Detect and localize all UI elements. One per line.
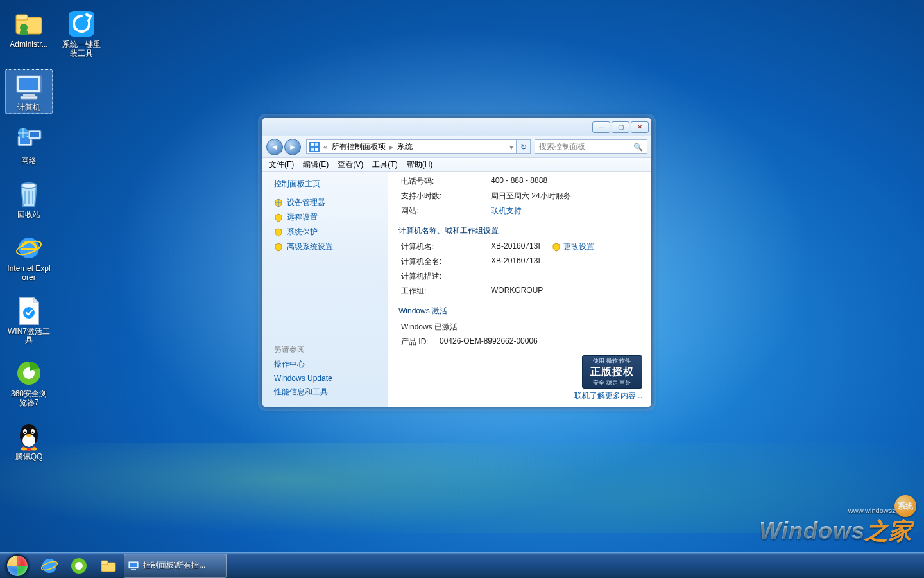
- content-pane: 电话号码:400 - 888 - 8888 支持小时数:周日至周六 24小时服务…: [388, 172, 651, 407]
- desktop-icon-label: Administr...: [10, 40, 47, 49]
- workgroup-value: WORKGROUP: [491, 286, 543, 297]
- sidebar-see-also: 另请参阅: [274, 344, 388, 355]
- learn-more-link[interactable]: 联机了解更多内容...: [574, 390, 642, 401]
- desktop-icon-recycle-bin[interactable]: 回收站: [5, 177, 53, 222]
- desktop-icon-label: 计算机: [17, 103, 40, 112]
- shield-icon: [274, 198, 283, 207]
- window-titlebar[interactable]: ─ ▢ ✕: [262, 118, 651, 136]
- file-icon: [13, 295, 44, 326]
- sidebar-sublink-action-center[interactable]: 操作中心: [274, 359, 388, 370]
- network-icon: [13, 125, 44, 155]
- start-button[interactable]: [0, 553, 35, 579]
- svg-point-34: [42, 559, 56, 573]
- computer-fullname-label: 计算机全名:: [401, 256, 491, 267]
- desktop-icon-network[interactable]: 网络: [5, 123, 53, 168]
- svg-rect-3: [20, 30, 28, 35]
- support-hours-value: 周日至周六 24小时服务: [491, 191, 571, 202]
- computer-name-label: 计算机名:: [401, 241, 491, 252]
- computer-name-value: XB-20160713I: [491, 241, 540, 252]
- desktop-icon-label: WIN7激活工具: [7, 328, 51, 346]
- taskbar-pinned-360browser[interactable]: [65, 554, 93, 578]
- chevron-down-icon[interactable]: ▾: [509, 143, 513, 152]
- menu-file[interactable]: 文件(F): [269, 159, 294, 170]
- close-button[interactable]: ✕: [631, 121, 649, 133]
- desktop-icons-area: Administr... 系统一键重装工具 计算机 网络 回收站: [5, 6, 108, 464]
- desktop-icon-computer[interactable]: 计算机: [5, 69, 53, 114]
- taskbar-task-label: 控制面板\所有控...: [143, 560, 205, 571]
- sidebar-link-label: 远程设置: [287, 212, 318, 223]
- svg-point-37: [75, 562, 83, 570]
- breadcrumb-bar[interactable]: « 所有控制面板项 ▸ 系统 ▾: [306, 139, 517, 154]
- taskbar-pinned-explorer[interactable]: [94, 554, 123, 578]
- badge-sub: 安全 稳定 声誉: [593, 379, 631, 387]
- system-properties-window: ─ ▢ ✕ ◄ ► « 所有控制面板项 ▸ 系统 ▾ ↻ 搜索控制面板 🔍 文件…: [262, 118, 652, 407]
- breadcrumb-item[interactable]: 所有控制面板项: [332, 141, 386, 152]
- menu-view[interactable]: 查看(V): [338, 159, 363, 170]
- svg-point-28: [31, 447, 37, 450]
- workgroup-label: 工作组:: [401, 286, 491, 297]
- sidebar: 控制面板主页 设备管理器 远程设置 系统保护 高级系统设置 另请参阅 操作中心 …: [262, 172, 388, 407]
- support-site-link[interactable]: 联机支持: [491, 206, 522, 216]
- desktop-icon-360browser[interactable]: 360安全浏览器7: [5, 356, 53, 410]
- nav-back-button[interactable]: ◄: [266, 139, 283, 155]
- product-id-label: 产品 ID:: [401, 337, 440, 347]
- svg-rect-30: [311, 143, 314, 146]
- support-phone-label: 电话号码:: [401, 176, 491, 187]
- sidebar-link-remote[interactable]: 远程设置: [274, 212, 388, 223]
- section-computer-name: 计算机名称、域和工作组设置: [398, 225, 642, 236]
- search-input[interactable]: 搜索控制面板 🔍: [535, 139, 647, 154]
- change-settings-link[interactable]: 更改设置: [552, 241, 594, 252]
- folder-user-icon: [13, 8, 44, 39]
- sidebar-home-link[interactable]: 控制面板主页: [274, 179, 388, 189]
- refresh-button[interactable]: ↻: [517, 139, 531, 154]
- menu-tools[interactable]: 工具(T): [372, 159, 397, 170]
- minimize-button[interactable]: ─: [592, 121, 610, 133]
- sidebar-link-device-manager[interactable]: 设备管理器: [274, 197, 388, 208]
- desktop-icon-reinstall-tool[interactable]: 系统一键重装工具: [58, 6, 105, 60]
- desktop-icon-label: 360安全浏览器7: [7, 390, 51, 408]
- svg-rect-33: [315, 148, 318, 151]
- sidebar-link-label: 设备管理器: [287, 197, 325, 208]
- desktop-icon-label: Internet Explorer: [7, 265, 51, 283]
- ie-icon: [40, 557, 58, 575]
- svg-point-26: [26, 434, 31, 437]
- taskbar-pinned-ie[interactable]: [35, 554, 64, 578]
- browser360-icon: [13, 358, 44, 389]
- sidebar-link-label: 高级系统设置: [287, 241, 333, 252]
- chevron-right-icon: ▸: [389, 143, 393, 152]
- menu-help[interactable]: 帮助(H): [407, 159, 433, 170]
- svg-rect-42: [131, 569, 136, 570]
- browser360-icon: [70, 557, 88, 575]
- menu-edit[interactable]: 编辑(E): [303, 159, 329, 170]
- sidebar-link-protection[interactable]: 系统保护: [274, 227, 388, 238]
- change-settings-label: 更改设置: [563, 241, 594, 252]
- desktop-icon-administrator[interactable]: Administr...: [5, 6, 53, 60]
- desktop-icon-ie[interactable]: Internet Explorer: [5, 231, 53, 285]
- svg-point-27: [21, 447, 27, 450]
- sidebar-sublink-windows-update[interactable]: Windows Update: [274, 374, 388, 383]
- svg-rect-1: [16, 15, 28, 20]
- windows-orb-icon: [6, 554, 29, 577]
- sidebar-link-advanced[interactable]: 高级系统设置: [274, 241, 388, 252]
- support-phone-value: 400 - 888 - 8888: [491, 176, 547, 187]
- badge-top: 使用 微软 软件: [593, 357, 631, 365]
- desktop-icon-qq[interactable]: 腾讯QQ: [5, 419, 53, 464]
- desktop-icon-label: 回收站: [17, 211, 40, 220]
- desktop-icon-win7-activate[interactable]: WIN7激活工具: [5, 293, 53, 347]
- genuine-software-badge[interactable]: 使用 微软 软件 正版授权 安全 稳定 声誉: [582, 355, 642, 389]
- activation-status: Windows 已激活: [401, 322, 458, 333]
- svg-rect-8: [21, 96, 37, 99]
- shield-icon: [274, 228, 283, 237]
- breadcrumb-item[interactable]: 系统: [397, 141, 413, 152]
- nav-forward-button[interactable]: ►: [284, 139, 301, 155]
- desktop-icon-label: 网络: [21, 157, 37, 166]
- menu-bar: 文件(F) 编辑(E) 查看(V) 工具(T) 帮助(H): [262, 158, 651, 172]
- computer-desc-label: 计算机描述:: [401, 271, 491, 282]
- shield-icon: [552, 243, 561, 252]
- svg-rect-32: [311, 148, 314, 151]
- taskbar-task-control-panel[interactable]: 控制面板\所有控...: [124, 554, 227, 578]
- taskbar: 控制面板\所有控...: [0, 552, 924, 578]
- sidebar-sublink-performance[interactable]: 性能信息和工具: [274, 387, 388, 398]
- badge-main: 正版授权: [590, 365, 634, 379]
- maximize-button[interactable]: ▢: [612, 121, 629, 133]
